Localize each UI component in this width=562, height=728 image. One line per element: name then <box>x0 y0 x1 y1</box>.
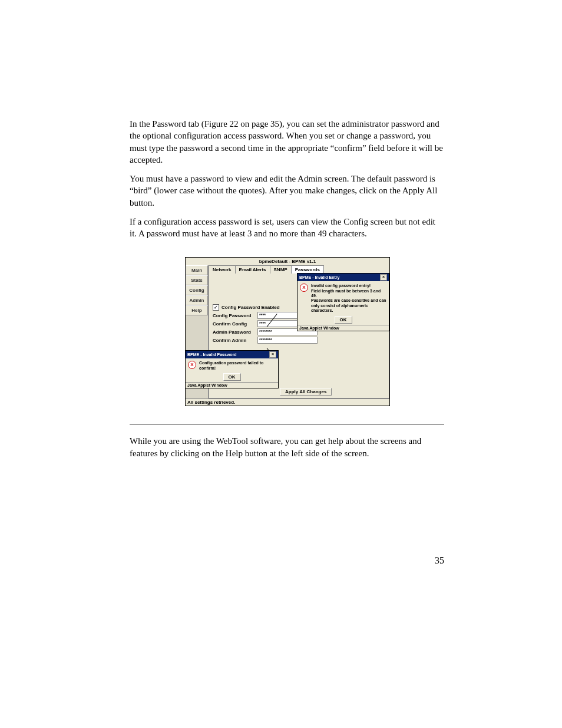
sidebar-item-help[interactable]: Help <box>186 305 208 315</box>
sidebar-item-stats[interactable]: Stats <box>186 275 208 285</box>
sidebar-item-admin[interactable]: Admin <box>186 295 208 305</box>
invalid-entry-dialog: BPME - Invalid Entry × X Invalid config … <box>297 273 389 331</box>
confirm-admin-input[interactable]: ******** <box>257 337 318 344</box>
sidebar-item-main[interactable]: Main <box>186 265 208 275</box>
invalid-entry-ok-button[interactable]: OK <box>335 316 352 324</box>
paragraph-4: While you are using the WebTool software… <box>130 435 444 459</box>
invalid-password-ok-button[interactable]: OK <box>223 373 241 381</box>
app-status-bar: All settings retrieved. <box>186 398 389 406</box>
invalid-entry-dialog-title: BPME - Invalid Entry <box>299 275 339 279</box>
config-password-enabled-label: Config Password Enabled <box>222 305 280 310</box>
invalid-entry-message: Invalid config password entry! Field len… <box>311 284 386 313</box>
error-icon: X <box>300 284 308 292</box>
confirm-config-label: Confirm Config <box>213 321 257 327</box>
close-icon[interactable]: × <box>380 274 387 281</box>
section-divider <box>130 424 444 424</box>
tab-passwords[interactable]: Passwords <box>291 265 324 274</box>
paragraph-2: You must have a password to view and edi… <box>130 173 444 209</box>
invalid-password-message: Configuration password failed to confirm… <box>199 361 276 371</box>
config-password-enabled-checkbox[interactable]: ✓ <box>213 304 219 311</box>
tab-network[interactable]: Network <box>209 265 236 274</box>
app-window-title: bpmeDefault - BPME v1.1 <box>186 258 389 265</box>
tab-snmp[interactable]: SNMP <box>270 265 292 274</box>
tab-email-alerts[interactable]: Email Alerts <box>235 265 270 274</box>
invalid-password-status: Java Applet Window <box>186 382 278 388</box>
paragraph-1: In the Password tab (Figure 22 on page 3… <box>130 118 444 166</box>
invalid-password-dialog: BPME - Invalid Password × X Configuratio… <box>185 350 279 388</box>
paragraph-3: If a configuration access password is se… <box>130 216 444 240</box>
tab-strip: Network Email Alerts SNMP Passwords <box>209 265 389 274</box>
config-password-label: Config Password <box>213 313 257 318</box>
error-icon: X <box>188 361 196 369</box>
admin-password-label: Admin Password <box>213 330 257 335</box>
sidebar-item-config[interactable]: Config <box>186 285 208 295</box>
apply-all-changes-button[interactable]: Apply All Changes <box>280 388 332 396</box>
close-icon[interactable]: × <box>269 351 276 358</box>
invalid-password-dialog-title: BPME - Invalid Password <box>187 353 237 357</box>
page-number: 35 <box>435 555 444 566</box>
invalid-entry-status: Java Applet Window <box>297 325 389 331</box>
figure-22-screenshot: bpmeDefault - BPME v1.1 Main Stats Confi… <box>185 257 390 406</box>
confirm-admin-label: Confirm Admin <box>213 338 257 343</box>
